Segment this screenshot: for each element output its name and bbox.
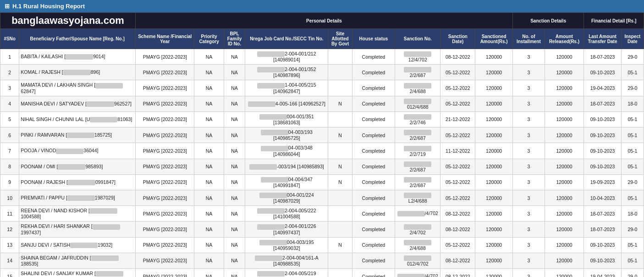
- header-blank: banglaawasyojana.com: [0, 13, 136, 29]
- cell-site: N: [328, 159, 352, 174]
- cell-sanction-date: 05-12-2022: [440, 127, 475, 143]
- cell-house: Completed: [352, 159, 395, 174]
- cell-house: Completed: [352, 96, 395, 111]
- cell-house: Completed: [352, 80, 395, 96]
- financial-label: Financial Detail [Rs.]: [591, 18, 636, 23]
- cell-priority: NA: [194, 111, 224, 127]
- cell-sno: 12: [0, 222, 19, 237]
- cell-bpl: NA: [224, 159, 245, 174]
- cell-house: Completed: [352, 222, 395, 237]
- cell-priority: NA: [194, 222, 224, 237]
- cell-sno: 7: [0, 143, 19, 159]
- cell-sanction-no: 2/2/719: [395, 143, 440, 159]
- cell-installment: 3: [512, 80, 545, 96]
- cell-inspect: 18-0: [621, 96, 644, 111]
- cell-installment: 3: [512, 111, 545, 127]
- cell-house: Completed: [352, 269, 395, 277]
- cell-released: 120000: [545, 127, 583, 143]
- cell-bpl: NA: [224, 111, 245, 127]
- cell-scheme: PMAYG [2022-2023]: [136, 49, 194, 65]
- cell-released: 120000: [545, 80, 583, 96]
- table-row: 4MANISHA DEVI / SATYADEV [962527]PMAYG […: [0, 96, 644, 111]
- cell-transfer: 19-09-2023: [584, 174, 622, 190]
- cell-sanction-no: 012/4/688: [395, 96, 440, 111]
- cell-site: N: [328, 127, 352, 143]
- cell-installment: 3: [512, 143, 545, 159]
- cell-sanctioned-amount: 120000: [475, 127, 513, 143]
- cell-sanction-date: 08-12-2022: [440, 253, 475, 268]
- cell-sanction-date: 08-12-2022: [440, 49, 475, 65]
- cell-site: [328, 222, 352, 237]
- cell-nrega: 4-005-166 [140962527]: [245, 96, 328, 111]
- cell-house: Completed: [352, 111, 395, 127]
- cell-name: POOJA / VINOD36044]: [19, 143, 136, 159]
- cell-name: SHALINI DEVI / SANJAY KUMAR [93077]: [19, 269, 136, 277]
- cell-house: Completed: [352, 65, 395, 80]
- table-row: 5NIHAL SINGH / CHUNNI LAL [U81063]PMAYG …: [0, 111, 644, 127]
- cell-name: REKHA DEVI / HARI SHANKAR [1997437]: [19, 222, 136, 237]
- cell-transfer: 09-10-2023: [584, 111, 622, 127]
- cell-bpl: NA: [224, 190, 245, 205]
- col-header-priority: Priority Category: [194, 29, 224, 49]
- cell-site: [328, 269, 352, 277]
- cell-scheme: PMAYG [2022-2023]: [136, 65, 194, 80]
- cell-bpl: NA: [224, 206, 245, 222]
- cell-sanction-date: 08-12-2022: [440, 206, 475, 222]
- cell-name: POONAM / RAJESH [0991847]: [19, 174, 136, 190]
- cell-nrega: 004-001/224 [140987029]: [245, 190, 328, 205]
- cell-bpl: NA: [224, 253, 245, 268]
- cell-priority: NA: [194, 159, 224, 174]
- cell-scheme: PMAYG [2022-2023]: [136, 253, 194, 268]
- cell-house: Completed: [352, 253, 395, 268]
- col-header-sanctioned-amount: Sanctioned Amount(Rs.): [475, 29, 513, 49]
- cell-scheme: PMAYG [2022-2023]: [136, 143, 194, 159]
- table-row: 10PREMVATI / PAPPU [1987029]PMAYG [2022-…: [0, 190, 644, 205]
- table-row: 7POOJA / VINOD36044]PMAYG [2022-2023]NAN…: [0, 143, 644, 159]
- cell-priority: NA: [194, 143, 224, 159]
- cell-scheme: PMAYG [2022-2023]: [136, 174, 194, 190]
- cell-bpl: NA: [224, 65, 245, 80]
- cell-priority: NA: [194, 269, 224, 277]
- cell-scheme: PMAYG [2022-2023]: [136, 159, 194, 174]
- cell-sanctioned-amount: 120000: [475, 111, 513, 127]
- cell-inspect: 29-0: [621, 174, 644, 190]
- col-header-bpl: BPL Family ID No.: [224, 29, 245, 49]
- cell-sanction-no: 2/2/687: [395, 159, 440, 174]
- cell-sanction-no: L2/4/688: [395, 190, 440, 205]
- cell-bpl: NA: [224, 96, 245, 111]
- table-row: 6PINKI / RAMVARAN [185725]PMAYG [2022-20…: [0, 127, 644, 143]
- col-header-installment: No. of Installment: [512, 29, 545, 49]
- col-header-inspect: Inspect Date: [621, 29, 644, 49]
- cell-house: Completed: [352, 143, 395, 159]
- table-row: 11REENA DEVI / NAND KISHOR [1004588]PMAY…: [0, 206, 644, 222]
- cell-sanction-no: 2/2/687: [395, 127, 440, 143]
- cell-installment: 3: [512, 190, 545, 205]
- cell-house: Completed: [352, 49, 395, 65]
- cell-transfer: 09-10-2023: [584, 253, 622, 268]
- cell-house: Completed: [352, 206, 395, 222]
- cell-sanctioned-amount: 120000: [475, 174, 513, 190]
- cell-scheme: PMAYG [2022-2023]: [136, 206, 194, 222]
- cell-sanction-date: 11-12-2022: [440, 143, 475, 159]
- cell-name: MANISHA DEVI / SATYADEV [962527]: [19, 96, 136, 111]
- cell-sanctioned-amount: 120000: [475, 190, 513, 205]
- cell-sno: 13: [0, 237, 19, 253]
- cell-scheme: PMAYG [2022-2023]: [136, 127, 194, 143]
- cell-inspect: 29-0: [621, 269, 644, 277]
- cell-bpl: NA: [224, 49, 245, 65]
- cell-inspect: 05-1: [621, 65, 644, 80]
- cell-released: 120000: [545, 237, 583, 253]
- cell-sanction-no: 2/4/688: [395, 237, 440, 253]
- cell-released: 120000: [545, 49, 583, 65]
- cell-site: [328, 190, 352, 205]
- cell-name: PINKI / RAMVARAN [185725]: [19, 127, 136, 143]
- cell-released: 120000: [545, 222, 583, 237]
- cell-inspect: 05-1: [621, 159, 644, 174]
- table-row: 9POONAM / RAJESH [0991847]PMAYG [2022-20…: [0, 174, 644, 190]
- cell-site: N: [328, 174, 352, 190]
- cell-nrega: 04-004/347 [140991847]: [245, 174, 328, 190]
- cell-priority: NA: [194, 80, 224, 96]
- cell-sanction-date: 05-12-2022: [440, 96, 475, 111]
- cell-installment: 3: [512, 159, 545, 174]
- table-row: 1BABITA / KAILASHI [9014]PMAYG [2022-202…: [0, 49, 644, 65]
